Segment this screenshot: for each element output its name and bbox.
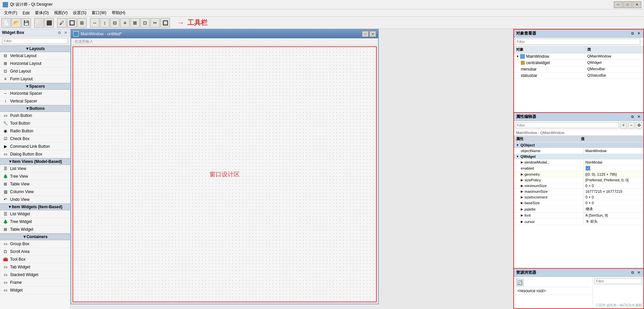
widget-item-dialog-button-box[interactable]: ▭ Dialog Button Box [0,150,70,158]
toolbar-btn5[interactable]: ⬛ [44,18,54,28]
widget-item-table-widget[interactable]: ⊞ Table Widget [0,226,70,233]
category-layouts[interactable]: ▼ Layouts [0,45,70,52]
widget-item-group-box[interactable]: ▭ Group Box [0,240,70,248]
qwidget-expand[interactable]: ▼ [516,155,519,158]
toolbar-btn4[interactable]: ⬜ [34,18,44,28]
toolbar-btn15[interactable]: ✂ [150,18,160,28]
toolbar-btn6[interactable]: 🖊 [57,18,66,28]
maximumsize-expand[interactable]: ▶ [521,190,523,193]
cursor-expand[interactable]: ▶ [521,220,523,223]
mw-menu-placeholder[interactable]: 在这里输入 [73,39,95,44]
prop-val-basesize[interactable]: 0 × 0 [584,200,644,206]
palette-expand[interactable]: ▶ [521,208,523,211]
geometry-expand[interactable]: ▶ [521,173,523,176]
widget-item-vertical-layout[interactable]: ⊟ Vertical Layout [0,52,70,60]
basesize-expand[interactable]: ▶ [521,201,523,205]
sizeincrement-expand[interactable]: ▶ [521,195,523,199]
widget-item-tree-widget[interactable]: 🌲 Tree Widget [0,218,70,226]
widget-item-widget[interactable]: ▭ Widget [0,286,70,294]
widget-item-list-view[interactable]: ☰ List View [0,165,70,173]
obj-row-statusbar[interactable]: statusbar QStatusBar [514,73,643,79]
toolbar-save[interactable]: 💾 [21,18,31,28]
prop-editor-float-btn[interactable]: ⧉ [630,114,635,120]
category-spacers[interactable]: ▼ Spacers [0,83,70,90]
widget-item-command-link-button[interactable]: ▶ Command Link Button [0,143,70,150]
obj-inspector-close-btn[interactable]: ✕ [636,31,641,36]
toolbar-btn8[interactable]: ⊞ [77,18,87,28]
resource-browser-close-btn[interactable]: ✕ [636,270,641,275]
resource-filter-input[interactable] [594,278,642,284]
object-inspector-filter-input[interactable] [515,39,640,45]
widget-box-close-btn[interactable]: ✕ [63,30,68,35]
widget-item-undo-view[interactable]: ↶ Undo View [0,196,70,204]
widget-item-horizontal-spacer[interactable]: ↔ Horizontal Spacer [0,90,70,97]
obj-row-centralwidget[interactable]: centralwidget QWidget [514,60,643,66]
menu-help[interactable]: 帮助(H) [109,9,128,16]
widget-item-frame[interactable]: ▭ Frame [0,279,70,286]
close-button[interactable]: ✕ [633,1,641,8]
toolbar-new[interactable]: 📄 [1,18,11,28]
qobject-expand[interactable]: ▼ [516,143,519,147]
font-expand[interactable]: ▶ [521,214,523,217]
main-window-canvas[interactable]: 窗口设计区 [73,46,377,302]
toolbar-btn14[interactable]: ⊡ [140,18,150,28]
toolbar-open[interactable]: 📂 [11,18,21,28]
menu-view[interactable]: 视图(V) [51,9,70,16]
prop-val-minimumsize[interactable]: 0 × 0 [584,183,644,188]
toolbar-btn11[interactable]: ⊟ [110,18,120,28]
widget-item-table-view[interactable]: ⊞ Table View [0,180,70,188]
enabled-checkbox[interactable]: ✓ [586,166,590,171]
menu-settings[interactable]: 设置(S) [70,9,89,16]
menu-window[interactable]: 窗口(W) [89,9,109,16]
minimumsize-expand[interactable]: ▶ [521,184,523,187]
resource-refresh-btn[interactable]: 🔄 [516,279,523,286]
resource-root-item[interactable]: <resource root> [515,287,591,295]
category-item-widgets[interactable]: ▼ Item Widgets (Item-Based) [0,204,70,210]
prop-val-geometry[interactable]: [(0, 0), 1125 × 785] [584,172,644,177]
resource-browser-float-btn[interactable]: ⧉ [630,270,635,275]
widget-item-scroll-area[interactable]: ⊡ Scroll Area [0,248,70,256]
widget-item-radio-button[interactable]: ◉ Radio Button [0,127,70,135]
prop-val-sizeincrement[interactable]: 0 × 0 [584,194,644,200]
prop-val-font[interactable]: A [SimSun, 9] [584,213,644,218]
widget-item-stacked-widget[interactable]: ▭ Stacked Widget [0,271,70,279]
prop-val-windowmodal[interactable]: NonModal [584,160,644,165]
menu-edit[interactable]: Edit [20,10,32,16]
menu-file[interactable]: 文件(F) [1,9,20,16]
maximize-button[interactable]: □ [623,1,632,8]
prop-remove-btn[interactable]: − [628,122,635,129]
toolbar-btn9[interactable]: ↔ [90,18,99,28]
minimize-button[interactable]: ─ [614,1,623,8]
prop-val-enabled[interactable]: ✓ [584,165,644,171]
sizepolicy-expand[interactable]: ▶ [521,178,523,182]
prop-add-btn[interactable]: + [620,122,627,129]
toolbar-btn10[interactable]: ↕ [100,18,109,28]
category-buttons[interactable]: ▼ Buttons [0,105,70,112]
obj-inspector-float-btn[interactable]: ⧉ [630,31,635,36]
toolbar-btn7[interactable]: 🔲 [67,18,77,28]
widget-item-tree-view[interactable]: 🌲 Tree View 工具箱 [0,173,70,180]
prop-val-sizepolicy[interactable]: [Preferred, Preferred, 0, 0] [584,177,644,183]
main-window-close-btn[interactable]: ✕ [369,31,376,37]
widget-item-form-layout[interactable]: ≡ Form Layout [0,75,70,83]
widget-item-vertical-spacer[interactable]: ↕ Vertical Spacer [0,97,70,105]
prop-val-cursor[interactable]: 🖱 前头 [584,218,644,225]
widget-box-float-btn[interactable]: ⧉ [57,30,62,35]
toolbar-btn12[interactable]: ≡ [120,18,130,28]
prop-val-palette[interactable]: 继承 [584,206,644,212]
prop-val-maximumsize[interactable]: 16777215 × 16777215 [584,189,644,194]
widget-item-grid-layout[interactable]: ⊡ Grid Layout [0,68,70,75]
widget-item-column-view[interactable]: ▥ Column View [0,188,70,196]
widget-item-tool-button[interactable]: 🔧 Tool Button [0,120,70,127]
property-filter-input[interactable] [515,122,619,128]
toolbar-btn16[interactable]: 🔲 [160,18,170,28]
main-window-minimize-btn[interactable]: ─ [362,31,369,37]
toolbar-btn13[interactable]: ⊠ [130,18,140,28]
category-item-views[interactable]: ▼ Item Views (Model-Based) [0,158,70,165]
widget-box-filter[interactable] [2,38,68,44]
obj-row-menubar[interactable]: menubar QMenuBar [514,66,643,73]
menu-form[interactable]: 窗体(O) [32,9,51,16]
prop-editor-close-btn[interactable]: ✕ [636,114,641,120]
widget-item-check-box[interactable]: ☑ Check Box [0,135,70,143]
windowmodal-expand[interactable]: ▶ [521,161,523,164]
